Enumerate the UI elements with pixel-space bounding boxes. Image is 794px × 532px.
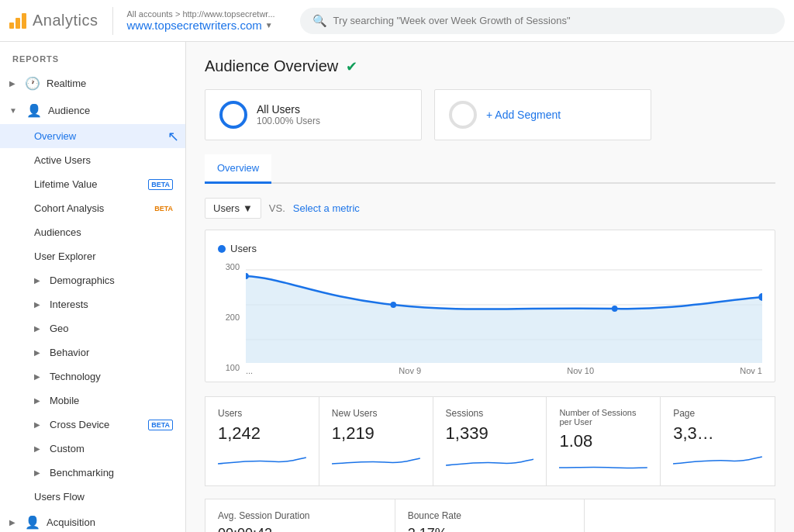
metric-name: Page bbox=[673, 408, 762, 419]
logo-bar-3 bbox=[22, 13, 26, 29]
tab-overview[interactable]: Overview bbox=[205, 154, 271, 184]
sidebar-item-audience[interactable]: ▼ 👤 Audience bbox=[0, 97, 185, 124]
sidebar-item-overview[interactable]: Overview ↖ bbox=[0, 124, 185, 148]
site-url-text: www.topsecretwriters.com bbox=[127, 19, 262, 32]
header: Analytics All accounts > http://www.tops… bbox=[0, 0, 794, 42]
sidebar-item-label: Demographics bbox=[50, 275, 173, 286]
arrow-icon: ▼ bbox=[9, 106, 17, 115]
metric-card-bounce-rate: Bounce Rate 2.17% bbox=[395, 499, 585, 532]
search-bar[interactable]: 🔍 Try searching "Week over Week Growth o… bbox=[300, 8, 785, 34]
logo-area: Analytics bbox=[9, 12, 98, 29]
y-label-300: 300 bbox=[218, 262, 240, 271]
arrow-icon: ▶ bbox=[34, 468, 40, 477]
sidebar-item-audiences[interactable]: Audiences bbox=[0, 220, 185, 244]
arrow-icon: ▶ bbox=[34, 276, 40, 285]
sidebar-item-cross-device[interactable]: ▶ Cross Device BETA bbox=[0, 413, 185, 437]
sparkline bbox=[673, 448, 762, 472]
x-label-start: ... bbox=[246, 366, 253, 375]
metric-card-users: Users 1,242 bbox=[205, 397, 319, 485]
add-segment-card[interactable]: + Add Segment bbox=[434, 89, 651, 140]
bottom-metrics: Avg. Session Duration 00:00:42 Bounce Ra… bbox=[205, 499, 775, 532]
person-icon: 👤 bbox=[25, 515, 40, 530]
segment-info: All Users 100.00% Users bbox=[257, 103, 320, 126]
sidebar-item-demographics[interactable]: ▶ Demographics bbox=[0, 268, 185, 292]
sparkline bbox=[218, 448, 306, 472]
sidebar-item-label: Cohort Analysis bbox=[34, 202, 145, 214]
metric-value: 1,219 bbox=[332, 423, 420, 444]
sidebar-item-label: User Explorer bbox=[34, 250, 173, 262]
segment-card-all-users[interactable]: All Users 100.00% Users bbox=[205, 89, 422, 140]
breadcrumb: All accounts > http://www.topsecretwr... bbox=[127, 9, 275, 19]
sidebar-item-acquisition[interactable]: ▶ 👤 Acquisition bbox=[0, 509, 185, 532]
metric-card-sessions-per-user: Number of Sessions per User 1.08 bbox=[547, 397, 661, 485]
search-icon: 🔍 bbox=[312, 14, 327, 28]
metric-card-sessions: Sessions 1,339 bbox=[433, 397, 547, 485]
vs-label: VS. bbox=[269, 202, 285, 214]
sidebar-item-mobile[interactable]: ▶ Mobile bbox=[0, 389, 185, 413]
x-axis: ... Nov 9 Nov 10 Nov 1 bbox=[246, 363, 762, 375]
sidebar-item-label: Active Users bbox=[34, 154, 173, 166]
sidebar-item-label: Technology bbox=[50, 371, 173, 382]
logo-icon bbox=[9, 13, 26, 29]
tab-bar: Overview bbox=[205, 154, 775, 184]
sidebar-item-label: Behavior bbox=[50, 347, 173, 358]
app-title: Analytics bbox=[33, 12, 98, 29]
metric-selector: Users ▼ VS. Select a metric bbox=[205, 198, 775, 219]
metrics-grid: Users 1,242 New Users 1,219 Sessions 1,3… bbox=[205, 396, 775, 486]
metric-value: 3,3… bbox=[673, 423, 762, 444]
sidebar-item-interests[interactable]: ▶ Interests bbox=[0, 292, 185, 316]
sidebar-item-custom[interactable]: ▶ Custom bbox=[0, 437, 185, 461]
segment-bar: All Users 100.00% Users + Add Segment bbox=[205, 89, 775, 140]
metric-card-new-users: New Users 1,219 bbox=[319, 397, 433, 485]
arrow-icon: ▶ bbox=[9, 518, 16, 527]
metric-name: Bounce Rate bbox=[408, 510, 572, 521]
sidebar-item-label: Mobile bbox=[50, 395, 173, 406]
legend-label: Users bbox=[230, 243, 257, 254]
metric-name: Avg. Session Duration bbox=[218, 510, 382, 521]
y-label-100: 100 bbox=[218, 363, 240, 372]
sidebar-item-benchmarking[interactable]: ▶ Benchmarking bbox=[0, 461, 185, 485]
metric-value: 1.08 bbox=[559, 431, 647, 451]
sidebar-item-label: Benchmarking bbox=[50, 467, 173, 478]
segment-percentage: 100.00% Users bbox=[257, 116, 320, 126]
sparkline bbox=[332, 448, 420, 472]
sidebar-item-behavior[interactable]: ▶ Behavior bbox=[0, 340, 185, 364]
sparkline bbox=[446, 448, 534, 472]
check-icon: ✔ bbox=[346, 58, 357, 75]
chart-legend: Users bbox=[218, 243, 762, 254]
clock-icon: 🕐 bbox=[25, 76, 40, 91]
sidebar-item-cohort-analysis[interactable]: Cohort Analysis BETA bbox=[0, 196, 185, 220]
arrow-icon: ▶ bbox=[34, 348, 40, 357]
add-segment-label: + Add Segment bbox=[486, 109, 561, 121]
person-icon: 👤 bbox=[26, 103, 42, 118]
arrow-icon: ▶ bbox=[34, 372, 40, 381]
legend-dot bbox=[218, 245, 226, 253]
header-divider bbox=[112, 7, 113, 35]
sidebar-item-realtime[interactable]: ▶ 🕐 Realtime bbox=[0, 70, 185, 97]
main-layout: REPORTS ▶ 🕐 Realtime ▼ 👤 Audience Overvi… bbox=[0, 42, 794, 532]
sidebar-item-label: Audience bbox=[48, 105, 173, 116]
y-label-200: 200 bbox=[218, 313, 240, 322]
beta-badge: BETA bbox=[148, 420, 173, 430]
sidebar-item-users-flow[interactable]: Users Flow bbox=[0, 485, 185, 509]
sidebar-item-active-users[interactable]: Active Users bbox=[0, 148, 185, 172]
metric-card-empty bbox=[585, 499, 775, 532]
sidebar-item-label: Interests bbox=[50, 299, 173, 310]
sidebar-item-geo[interactable]: ▶ Geo bbox=[0, 316, 185, 340]
sidebar-item-user-explorer[interactable]: User Explorer bbox=[0, 244, 185, 268]
arrow-icon: ▶ bbox=[34, 396, 40, 405]
page-header: Audience Overview ✔ bbox=[205, 57, 775, 75]
segment-name: All Users bbox=[257, 103, 320, 116]
metric-dropdown-users[interactable]: Users ▼ bbox=[205, 198, 261, 219]
site-url-dropdown[interactable]: www.topsecretwriters.com ▼ bbox=[127, 19, 275, 32]
sidebar-item-technology[interactable]: ▶ Technology bbox=[0, 364, 185, 389]
sidebar-item-label: Audiences bbox=[34, 226, 173, 238]
main-content: Audience Overview ✔ All Users 100.00% Us… bbox=[186, 42, 794, 532]
select-metric-link[interactable]: Select a metric bbox=[293, 202, 360, 214]
arrow-icon: ▶ bbox=[34, 324, 40, 333]
sidebar-item-lifetime-value[interactable]: Lifetime Value BETA bbox=[0, 172, 185, 196]
arrow-icon: ▶ bbox=[34, 300, 40, 309]
chart-area: Users 300 200 100 bbox=[205, 230, 775, 382]
sidebar-item-label: Lifetime Value bbox=[34, 178, 139, 190]
x-label-nov9: Nov 9 bbox=[399, 366, 421, 375]
